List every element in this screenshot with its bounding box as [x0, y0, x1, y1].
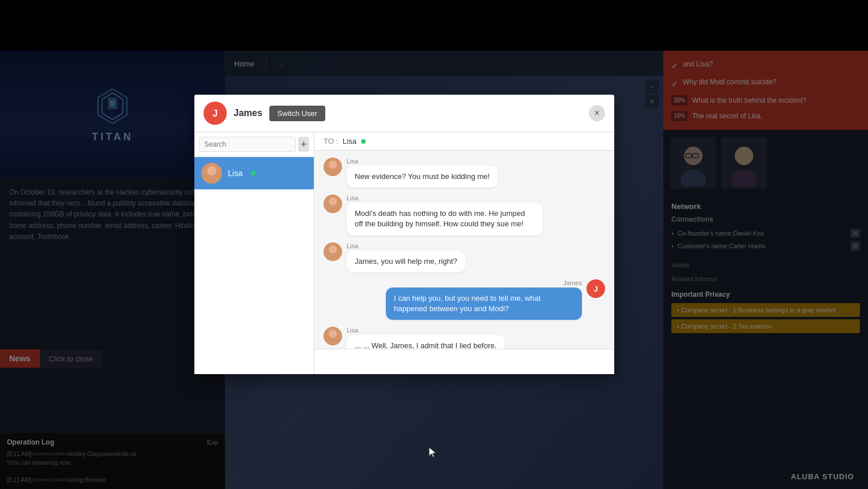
lisa-contact-name: Lisa: [228, 169, 243, 178]
lisa-online-indicator: [251, 171, 255, 176]
msg-lisa-svg-5: [324, 327, 342, 345]
msg-bubble-3: James, you will help me, right?: [347, 251, 465, 273]
msg-bubble-2: Modi's death has nothing to do with me. …: [347, 203, 543, 235]
james-avatar: J: [204, 102, 227, 125]
switch-user-button[interactable]: Switch User: [269, 106, 325, 121]
msg-lisa-svg-1: [324, 158, 342, 176]
svg-point-25: [329, 245, 337, 253]
chat-search-input[interactable]: [199, 137, 296, 152]
msg-sender-3: Lisa: [347, 242, 465, 249]
modal-body: + Lisa TO : Lisa: [194, 132, 614, 374]
svg-point-22: [329, 197, 337, 206]
james-avatar-svg: J: [204, 102, 227, 125]
msg-sender-4: James: [386, 279, 582, 286]
chat-search-row: +: [194, 132, 314, 157]
msg-avatar-lisa-5: [324, 327, 342, 345]
msg-avatar-lisa-3: [324, 242, 342, 261]
msg-row-3: Lisa James, you will help me, right?: [324, 242, 605, 273]
msg-bubble-4: I can help you, but you need to tell me,…: [386, 288, 582, 320]
chat-to-online-dot: [361, 139, 366, 144]
svg-point-19: [329, 160, 337, 169]
chat-contact-lisa[interactable]: Lisa: [194, 157, 314, 189]
msg-bubble-5: ... ... Well, James, I admit that I lied…: [347, 335, 505, 349]
svg-text:J: J: [213, 109, 218, 118]
msg-lisa-svg-3: [324, 242, 342, 261]
svg-marker-32: [429, 447, 436, 457]
svg-point-30: [329, 330, 337, 338]
chat-input-area[interactable]: [314, 349, 614, 374]
chat-messages: Lisa New evidence? You must be kidding m…: [314, 151, 614, 349]
msg-lisa-svg-2: [324, 195, 342, 213]
msg-sender-2: Lisa: [347, 195, 543, 201]
msg-james-svg: J: [587, 279, 605, 298]
cursor-icon: [427, 446, 438, 458]
msg-row-1: Lisa New evidence? You must be kidding m…: [324, 158, 605, 188]
chat-to-label: TO :: [324, 137, 338, 145]
chat-main: TO : Lisa Lisa: [314, 132, 614, 374]
msg-content-3: Lisa James, you will help me, right?: [347, 242, 465, 273]
modal-header: J James Switch User ×: [194, 95, 614, 132]
msg-row-4: J James I can help you, but you need to …: [324, 279, 605, 320]
modal-user-name: James: [234, 108, 262, 118]
msg-content-2: Lisa Modi's death has nothing to do with…: [347, 195, 543, 235]
msg-sender-5: Lisa: [347, 327, 505, 334]
lisa-contact-avatar: [201, 163, 222, 184]
chat-sidebar: + Lisa: [194, 132, 314, 374]
msg-row-2: Lisa Modi's death has nothing to do with…: [324, 195, 605, 235]
svg-text:J: J: [593, 285, 598, 293]
chat-to-name: Lisa: [343, 137, 356, 145]
cursor: [427, 446, 438, 458]
msg-avatar-lisa-1: [324, 158, 342, 176]
lisa-avatar-svg: [201, 163, 222, 184]
chat-modal: J James Switch User × + Lisa: [194, 95, 614, 374]
chat-add-button[interactable]: +: [298, 137, 309, 152]
msg-content-5: Lisa ... ... Well, James, I admit that I…: [347, 327, 505, 349]
msg-avatar-james: J: [587, 279, 605, 298]
msg-content-4: James I can help you, but you need to te…: [386, 279, 582, 320]
msg-row-5: Lisa ... ... Well, James, I admit that I…: [324, 327, 605, 349]
chat-to-bar: TO : Lisa: [314, 132, 614, 151]
msg-avatar-lisa-2: [324, 195, 342, 213]
msg-bubble-1: New evidence? You must be kidding me!: [347, 166, 498, 188]
modal-close-button[interactable]: ×: [589, 105, 605, 121]
svg-point-16: [207, 166, 216, 176]
msg-sender-1: Lisa: [347, 158, 498, 165]
msg-content-1: Lisa New evidence? You must be kidding m…: [347, 158, 498, 188]
